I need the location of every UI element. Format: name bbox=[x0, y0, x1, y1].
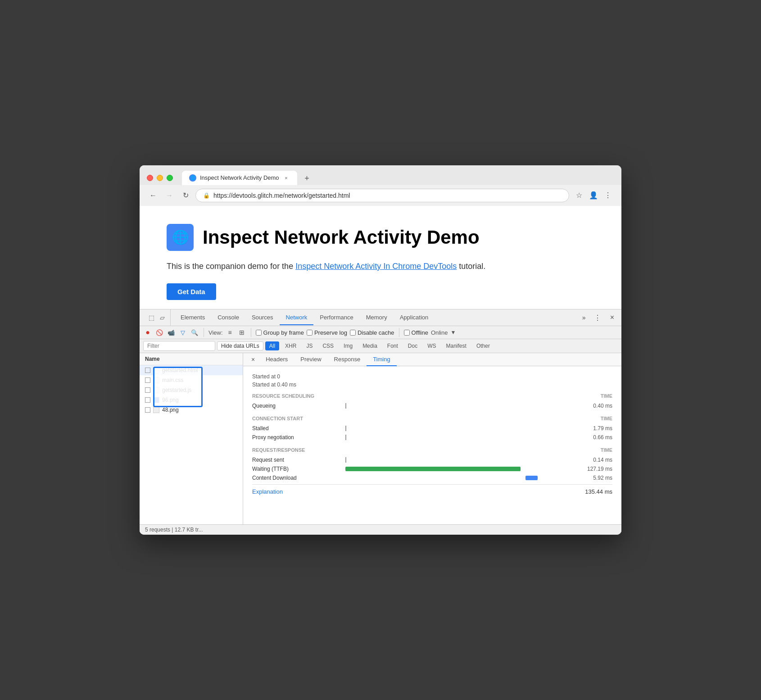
new-tab-button[interactable]: + bbox=[301, 173, 313, 185]
tab-elements[interactable]: Elements bbox=[174, 310, 211, 325]
section-resource-scheduling: Resource Scheduling TIME bbox=[252, 393, 612, 399]
preserve-log-label: Preserve log bbox=[314, 329, 347, 336]
tab-application[interactable]: Application bbox=[394, 310, 435, 325]
timing-bar-area-stalled bbox=[333, 425, 576, 432]
details-close-btn[interactable]: × bbox=[247, 353, 259, 366]
active-tab[interactable]: 🌐 Inspect Network Activity Demo × bbox=[182, 171, 297, 185]
hide-data-urls-btn[interactable]: Hide data URLs bbox=[217, 341, 263, 350]
filter-icon[interactable]: ▽ bbox=[178, 328, 187, 337]
offline-input[interactable] bbox=[404, 330, 410, 336]
disable-cache-label: Disable cache bbox=[358, 329, 394, 336]
timing-row-queueing: Queueing 0.40 ms bbox=[252, 401, 612, 410]
timing-row-request-sent: Request sent 0.14 ms bbox=[252, 455, 612, 464]
minimize-traffic-light[interactable] bbox=[157, 175, 163, 181]
page-description: This is the companion demo for the Inspe… bbox=[167, 260, 594, 273]
files-header: Name bbox=[140, 353, 243, 365]
nav-bar: ← → ↻ 🔒 https://devtools.glitch.me/netwo… bbox=[140, 185, 621, 206]
timing-bar-area-content-download bbox=[333, 475, 576, 481]
close-traffic-light[interactable] bbox=[147, 175, 153, 181]
tab-timing[interactable]: Timing bbox=[367, 353, 397, 366]
filter-css-btn[interactable]: CSS bbox=[318, 341, 338, 350]
account-icon[interactable]: 👤 bbox=[587, 189, 600, 202]
throttle-dropdown-icon[interactable]: ▼ bbox=[450, 329, 456, 336]
offline-checkbox[interactable]: Offline bbox=[404, 329, 428, 336]
filter-ws-btn[interactable]: WS bbox=[423, 341, 440, 350]
clear-icon[interactable]: 🚫 bbox=[155, 328, 164, 337]
search-icon[interactable]: 🔍 bbox=[190, 328, 199, 337]
devtools-panel: ⬚ ▱ Elements Console Sources Network Per… bbox=[140, 309, 621, 535]
preserve-log-input[interactable] bbox=[307, 330, 313, 336]
section-connection-start: Connection Start TIME bbox=[252, 416, 612, 421]
timing-bar-area-ttfb bbox=[333, 466, 576, 472]
timing-row-ttfb: Waiting (TTFB) 127.19 ms bbox=[252, 464, 612, 473]
filter-media-btn[interactable]: Media bbox=[358, 341, 381, 350]
toolbar-separator-2 bbox=[251, 328, 251, 337]
tab-memory[interactable]: Memory bbox=[360, 310, 394, 325]
tab-close-btn[interactable]: × bbox=[283, 174, 290, 182]
filter-manifest-btn[interactable]: Manifest bbox=[442, 341, 471, 350]
filter-bar: Hide data URLs All XHR JS CSS Img Media … bbox=[140, 339, 621, 353]
timing-bar-area-request-sent bbox=[333, 457, 576, 463]
filter-input[interactable] bbox=[143, 341, 215, 351]
devtools-menu-icon[interactable]: ⋮ bbox=[592, 314, 603, 322]
forward-button[interactable]: → bbox=[163, 189, 176, 202]
devtools-tab-actions: » ⋮ × bbox=[580, 314, 618, 322]
nav-actions: ☆ 👤 ⋮ bbox=[573, 189, 614, 202]
toolbar-separator-3 bbox=[399, 328, 399, 337]
tab-title: Inspect Network Activity Demo bbox=[200, 174, 279, 181]
address-bar[interactable]: 🔒 https://devtools.glitch.me/network/get… bbox=[195, 189, 569, 202]
tab-preview[interactable]: Preview bbox=[294, 353, 327, 366]
devtools-icons: ⬚ ▱ bbox=[143, 309, 171, 326]
filter-xhr-btn[interactable]: XHR bbox=[281, 341, 300, 350]
browser-window: 🌐 Inspect Network Activity Demo × + ← → … bbox=[140, 165, 621, 535]
tab-network[interactable]: Network bbox=[280, 310, 314, 325]
explanation-link[interactable]: Explanation bbox=[252, 488, 283, 495]
timing-total-row: Explanation 135.44 ms bbox=[252, 484, 612, 499]
files-panel: Name getstarted.html main.css getstarted… bbox=[140, 353, 243, 524]
devtools-close-icon[interactable]: × bbox=[607, 314, 618, 322]
device-toggle-icon[interactable]: ▱ bbox=[158, 313, 167, 322]
list-view-icon[interactable]: ≡ bbox=[226, 328, 235, 337]
bookmark-icon[interactable]: ☆ bbox=[573, 189, 585, 202]
screenshot-icon[interactable]: 📹 bbox=[167, 328, 176, 337]
get-data-button[interactable]: Get Data bbox=[167, 283, 216, 300]
timing-row-content-download: Content Download 5.92 ms bbox=[252, 473, 612, 482]
disable-cache-checkbox[interactable]: Disable cache bbox=[350, 329, 394, 336]
filter-other-btn[interactable]: Other bbox=[472, 341, 494, 350]
filter-img-btn[interactable]: Img bbox=[340, 341, 357, 350]
filter-js-btn[interactable]: JS bbox=[302, 341, 317, 350]
timing-bar-area-queueing bbox=[333, 403, 576, 409]
filter-all-btn[interactable]: All bbox=[265, 341, 279, 350]
back-button[interactable]: ← bbox=[147, 189, 159, 202]
file-icon bbox=[153, 407, 159, 413]
more-tabs-icon[interactable]: » bbox=[580, 314, 589, 321]
reload-button[interactable]: ↻ bbox=[179, 189, 192, 202]
tab-performance[interactable]: Performance bbox=[313, 310, 359, 325]
filter-font-btn[interactable]: Font bbox=[383, 341, 402, 350]
description-link[interactable]: Inspect Network Activity In Chrome DevTo… bbox=[295, 262, 457, 271]
menu-icon[interactable]: ⋮ bbox=[602, 189, 614, 202]
disable-cache-input[interactable] bbox=[350, 330, 356, 336]
tab-sources[interactable]: Sources bbox=[245, 310, 280, 325]
tab-response[interactable]: Response bbox=[328, 353, 367, 366]
element-picker-icon[interactable]: ⬚ bbox=[147, 313, 156, 322]
preserve-log-checkbox[interactable]: Preserve log bbox=[307, 329, 347, 336]
group-by-frame-input[interactable] bbox=[256, 330, 262, 336]
grouped-view-icon[interactable]: ⊞ bbox=[237, 328, 246, 337]
lock-icon: 🔒 bbox=[203, 192, 210, 199]
file-checkbox bbox=[145, 387, 150, 393]
tab-console[interactable]: Console bbox=[211, 310, 245, 325]
timing-row-stalled: Stalled 1.79 ms bbox=[252, 424, 612, 433]
tab-headers[interactable]: Headers bbox=[259, 353, 294, 366]
section-request-response: Request/Response TIME bbox=[252, 447, 612, 453]
group-by-frame-checkbox[interactable]: Group by frame bbox=[256, 329, 304, 336]
status-text: 5 requests | 12.7 KB tr... bbox=[145, 527, 203, 533]
timing-row-proxy: Proxy negotiation 0.66 ms bbox=[252, 433, 612, 442]
record-icon[interactable]: ● bbox=[143, 328, 152, 337]
tab-bar: 🌐 Inspect Network Activity Demo × + bbox=[182, 171, 614, 185]
maximize-traffic-light[interactable] bbox=[167, 175, 173, 181]
filter-doc-btn[interactable]: Doc bbox=[404, 341, 421, 350]
description-suffix: tutorial. bbox=[457, 262, 485, 271]
timing-started-at: Started at 0.40 ms bbox=[252, 382, 612, 388]
group-by-frame-label: Group by frame bbox=[263, 329, 304, 336]
